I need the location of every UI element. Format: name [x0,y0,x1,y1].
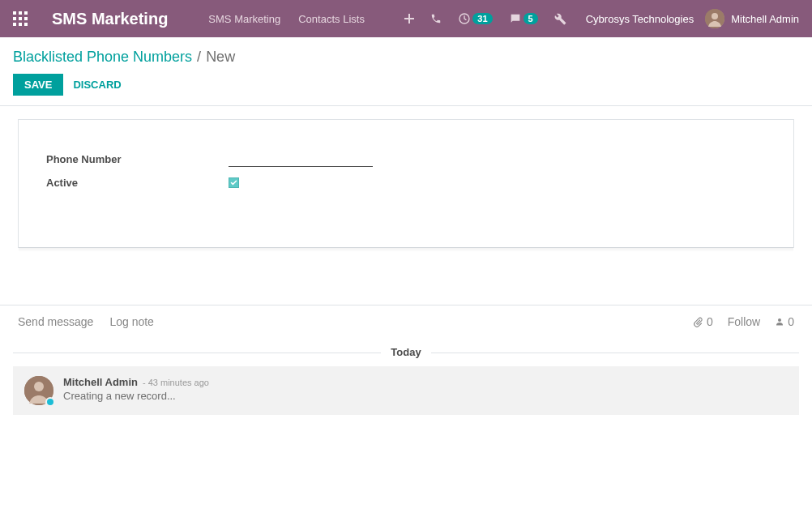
nav-contacts-lists[interactable]: Contacts Lists [298,13,365,25]
svg-point-16 [34,382,44,391]
company-switcher[interactable]: Cybrosys Technologies [586,13,694,25]
send-message-button[interactable]: Send message [18,315,93,328]
phone-number-input[interactable] [229,151,373,167]
form-actions: Save Discard [0,66,812,104]
svg-rect-6 [13,23,16,26]
svg-rect-1 [19,11,22,15]
user-name: Mitchell Admin [731,13,799,25]
app-brand[interactable]: SMS Marketing [52,10,168,28]
active-checkbox[interactable] [229,177,239,188]
breadcrumb: Blacklisted Phone Numbers / New [0,37,812,66]
messages-icon[interactable]: 5 [509,12,538,25]
paperclip-icon [693,317,703,327]
svg-rect-2 [24,11,28,15]
svg-rect-0 [13,11,16,15]
discard-button[interactable]: Discard [73,79,121,91]
debug-icon[interactable] [554,13,566,25]
presence-indicator [45,397,55,407]
svg-rect-4 [19,17,22,20]
svg-rect-3 [13,17,16,20]
form-sheet: Phone Number Active [18,119,794,248]
active-label: Active [46,177,229,189]
message-time: - 43 minutes ago [143,378,209,387]
message-item: Mitchell Admin - 43 minutes ago Creating… [13,366,799,415]
new-icon[interactable] [404,14,414,24]
svg-rect-7 [19,23,22,26]
followers-button[interactable]: 0 [775,315,794,328]
followers-count: 0 [788,315,794,328]
svg-point-13 [712,13,718,19]
messages-badge: 5 [524,13,538,24]
log-note-button[interactable]: Log note [109,315,154,328]
top-navbar: SMS Marketing SMS Marketing Contacts Lis… [0,0,812,37]
activities-badge: 31 [472,13,492,24]
person-icon [775,317,784,327]
breadcrumb-sep: / [197,49,201,66]
phone-number-label: Phone Number [46,153,229,165]
date-separator-label: Today [381,346,430,358]
follow-button[interactable]: Follow [728,315,760,328]
nav-sms-marketing[interactable]: SMS Marketing [208,13,280,25]
apps-icon[interactable] [13,11,28,26]
breadcrumb-parent[interactable]: Blacklisted Phone Numbers [13,49,192,66]
activities-icon[interactable]: 31 [458,12,492,25]
message-body: Creating a new record... [63,390,788,402]
message-avatar [24,376,53,405]
svg-rect-5 [24,17,28,20]
date-separator: Today [13,346,799,358]
attachments-count: 0 [707,315,713,328]
svg-point-14 [778,318,781,322]
save-button[interactable]: Save [13,74,63,96]
chatter: Send message Log note 0 Follow 0 Today M… [0,305,812,415]
avatar-icon [705,9,724,28]
svg-rect-10 [404,18,414,19]
svg-rect-8 [24,23,28,26]
breadcrumb-current: New [206,49,235,66]
attachments-button[interactable]: 0 [693,315,713,328]
user-menu[interactable]: Mitchell Admin [705,9,799,28]
phone-icon[interactable] [430,13,442,24]
message-author[interactable]: Mitchell Admin [63,376,138,388]
